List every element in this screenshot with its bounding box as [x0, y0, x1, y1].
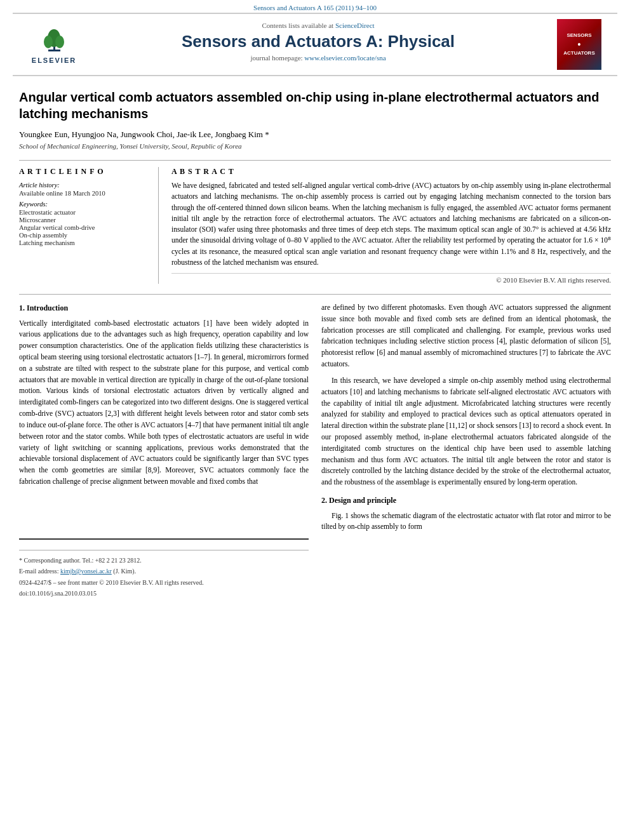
- svg-rect-4: [48, 50, 60, 51]
- footer-rule: [19, 538, 309, 540]
- abstract-label: A B S T R A C T: [171, 167, 611, 177]
- keyword-4: On-chip assembly: [19, 232, 149, 239]
- keyword-2: Microscanner: [19, 217, 149, 223]
- email-person: (J. Kim).: [113, 568, 136, 575]
- intro-para-2: are defined by two different photomasks.…: [321, 302, 611, 370]
- sensors-actuators-badge: SENSORS • ACTUATORS: [557, 19, 601, 70]
- intro-para-3: In this research, we have developed a si…: [321, 375, 611, 488]
- journal-top-bar: Sensors and Actuators A 165 (2011) 94–10…: [0, 0, 630, 13]
- homepage-url[interactable]: www.elsevier.com/locate/sna: [304, 54, 385, 62]
- keyword-3: Angular vertical comb-drive: [19, 224, 149, 231]
- elsevier-logo-container: ELSEVIER: [25, 19, 83, 70]
- article-info-label: A R T I C L E I N F O: [19, 167, 149, 177]
- badge-line3: ACTUATORS: [563, 50, 594, 57]
- body-col-left: 1. Introduction Vertically interdigitate…: [19, 302, 309, 600]
- paper-title: Angular vertical comb actuators assemble…: [19, 89, 611, 122]
- corr-tel: Tel.: +82 2 21 23 2812.: [82, 557, 142, 564]
- elsevier-wordmark: ELSEVIER: [32, 57, 76, 64]
- article-info-column: A R T I C L E I N F O Article history: A…: [19, 167, 159, 284]
- design-heading: 2. Design and principle: [321, 495, 611, 507]
- design-para-1: Fig. 1 shows the schematic diagram of th…: [321, 510, 611, 533]
- email-link[interactable]: kimjb@yonsei.ac.kr: [60, 568, 112, 575]
- svg-point-2: [44, 36, 53, 48]
- article-info-abstract-section: A R T I C L E I N F O Article history: A…: [19, 160, 611, 284]
- keywords-label: Keywords:: [19, 201, 149, 208]
- keyword-1: Electrostatic actuator: [19, 209, 149, 216]
- footer-notes-left: * Corresponding author. Tel.: +82 2 21 2…: [19, 538, 309, 599]
- body-columns: 1. Introduction Vertically interdigitate…: [19, 294, 611, 600]
- svg-point-3: [55, 36, 64, 48]
- authors-line: Youngkee Eun, Hyungjoo Na, Jungwook Choi…: [19, 130, 611, 140]
- badge-dot: •: [578, 39, 581, 50]
- journal-title: Sensors and Actuators A: Physical: [95, 32, 541, 51]
- copyright-line: © 2010 Elsevier B.V. All rights reserved…: [171, 273, 611, 284]
- journal-homepage: journal homepage: www.elsevier.com/locat…: [95, 54, 541, 62]
- journal-ref-text: Sensors and Actuators A 165 (2011) 94–10…: [253, 4, 377, 11]
- footer-section: * Corresponding author. Tel.: +82 2 21 2…: [19, 550, 309, 599]
- content-list-line: Contents lists available at ScienceDirec…: [95, 22, 541, 29]
- abstract-text: We have designed, fabricated and tested …: [171, 180, 611, 268]
- issn-line: 0924-4247/$ – see front matter © 2010 El…: [19, 578, 309, 588]
- authors-text: Youngkee Eun, Hyungjoo Na, Jungwook Choi…: [19, 130, 269, 139]
- journal-header: ELSEVIER Contents lists available at Sci…: [13, 13, 617, 76]
- corresponding-author: * Corresponding author. Tel.: +82 2 21 2…: [19, 556, 309, 566]
- available-online: Available online 18 March 2010: [19, 190, 149, 197]
- keyword-5: Latching mechanism: [19, 239, 149, 246]
- elsevier-logo-svg: [37, 25, 72, 54]
- corr-label: * Corresponding author.: [19, 557, 81, 564]
- email-line: E-mail address: kimjb@yonsei.ac.kr (J. K…: [19, 566, 309, 577]
- sciencedirect-link[interactable]: ScienceDirect: [335, 22, 375, 29]
- intro-para-1: Vertically interdigitated comb-based ele…: [19, 318, 309, 488]
- email-label: E-mail address:: [19, 568, 58, 575]
- body-col-right: are defined by two different photomasks.…: [321, 302, 611, 600]
- abstract-column: A B S T R A C T We have designed, fabric…: [171, 167, 611, 284]
- affiliation: School of Mechanical Engineering, Yonsei…: [19, 142, 611, 150]
- badge-line1: SENSORS: [566, 32, 591, 39]
- introduction-heading: 1. Introduction: [19, 302, 309, 314]
- journal-title-block: Contents lists available at ScienceDirec…: [83, 19, 554, 70]
- paper-content: Angular vertical comb actuators assemble…: [0, 76, 630, 613]
- doi-line: doi:10.1016/j.sna.2010.03.015: [19, 589, 309, 599]
- sensors-badge-container: SENSORS • ACTUATORS: [554, 19, 605, 70]
- history-label: Article history:: [19, 182, 149, 189]
